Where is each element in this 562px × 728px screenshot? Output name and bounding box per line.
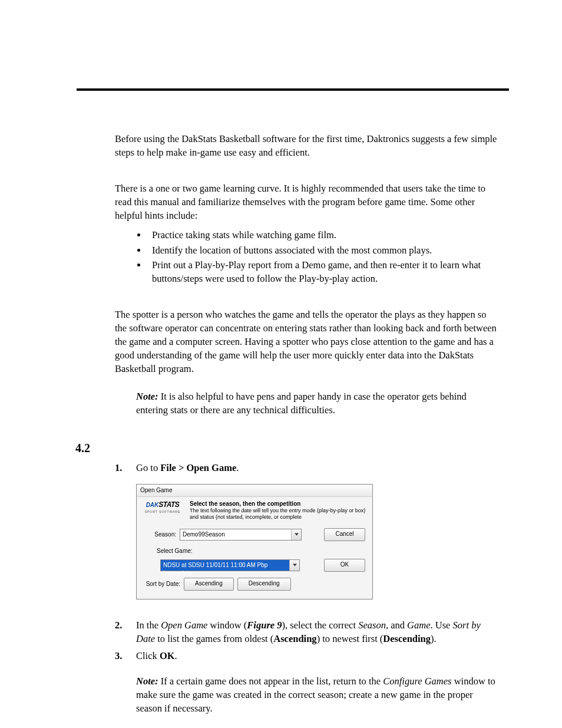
section-heading: 4.2 [75,440,90,456]
step-note: Note: If a certain game does not appear … [136,674,497,715]
dialog-header-bold: Select the season, then the competition [190,500,368,508]
dialog-header-desc: The text following the date will tell yo… [190,508,368,521]
dialog-header: DAKSTATS SPORT SOFTWARE Select the seaso… [137,497,372,522]
descending-button[interactable]: Descending [237,578,291,591]
hint-list: Practice taking stats while watching gam… [115,228,497,285]
cancel-button[interactable]: Cancel [324,528,365,541]
game-value: NDSU at SDSU 11/01/11 11:00 AM Pbp Incom… [161,560,289,571]
chevron-down-icon[interactable] [291,529,301,540]
season-label: Season: [144,531,176,539]
hint-item: Print out a Play-by-Play report from a D… [147,258,497,285]
dialog: Open Game DAKSTATS SPORT SOFTWARE Select… [136,484,373,599]
season-row: Season: Demo99Season Cancel [144,528,365,541]
note-text: It is also helpful to have pens and pape… [136,391,467,416]
game-row: NDSU at SDSU 11/01/11 11:00 AM Pbp Incom… [144,559,365,572]
step-list-continued: 2. In the Open Game window (Figure 9), s… [115,618,497,663]
dialog-title-bar: Open Game [137,485,372,497]
dialog-body: Season: Demo99Season Cancel Select Game: [137,522,372,599]
note-label: Note: [136,676,158,687]
hint-item: Practice taking stats while watching gam… [147,228,497,242]
step-text: Go to [136,462,160,473]
content-column: Before using the DakStats Basketball sof… [115,132,497,440]
step-number: 1. [115,461,122,475]
sort-label: Sort by Date: [144,580,180,588]
dialog-header-text: Select the season, then the competition … [190,500,368,521]
season-combo[interactable]: Demo99Season [180,529,302,541]
step-3: 3. Click OK. [115,649,497,663]
step-2: 2. In the Open Game window (Figure 9), s… [115,618,497,645]
note-label: Note: [136,391,158,402]
ascending-button[interactable]: Ascending [184,578,234,591]
step-number: 3. [115,649,122,663]
top-rule [77,88,509,91]
section-body: 1. Go to File > Open Game. Open Game DAK… [115,461,497,716]
page: Before using the DakStats Basketball sof… [0,0,562,728]
ok-button[interactable]: OK [324,559,365,572]
figure-open-game-dialog: Open Game DAKSTATS SPORT SOFTWARE Select… [136,484,497,599]
dakstats-logo: DAKSTATS SPORT SOFTWARE [141,500,184,513]
chevron-down-icon[interactable] [289,560,299,571]
intro-paragraph-2: There is a one or two game learning curv… [115,182,497,222]
sort-row: Sort by Date: Ascending Descending [144,578,365,591]
note-paragraph: Note: It is also helpful to have pens an… [136,390,497,417]
spotter-paragraph: The spotter is a person who watches the … [115,308,497,375]
game-combo[interactable]: NDSU at SDSU 11/01/11 11:00 AM Pbp Incom… [160,559,300,571]
step-1: 1. Go to File > Open Game. [115,461,497,475]
season-value: Demo99Season [180,529,291,540]
step-list: 1. Go to File > Open Game. [115,461,497,475]
step-number: 2. [115,618,122,632]
intro-paragraph-1: Before using the DakStats Basketball sof… [115,132,497,159]
hint-item: Identify the location of buttons associa… [147,243,497,257]
menu-path: File > Open Game [160,462,236,473]
select-game-label: Select Game: [157,547,365,555]
